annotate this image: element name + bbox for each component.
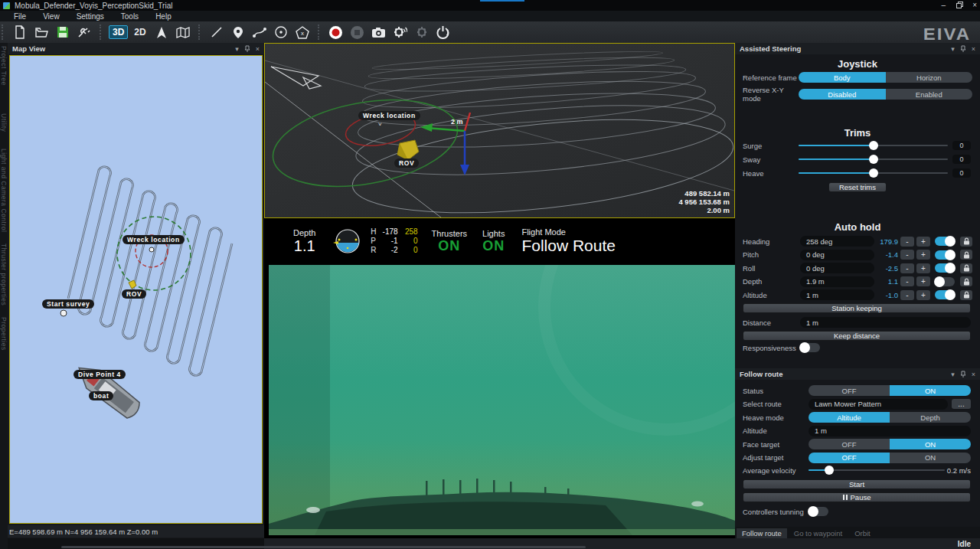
record-button[interactable]: [327, 24, 345, 41]
pitch-hold-toggle[interactable]: [935, 250, 955, 260]
polyline-button[interactable]: [250, 24, 269, 41]
heave-mode-depth-option[interactable]: Depth: [890, 412, 971, 423]
camera-view[interactable]: [264, 264, 735, 536]
stop-recording-button[interactable]: [348, 24, 367, 41]
minimize-button[interactable]: –: [942, 2, 946, 9]
altitude-increment-button[interactable]: +: [916, 290, 930, 300]
status-off-option[interactable]: OFF: [808, 385, 890, 396]
draw-line-button[interactable]: [207, 24, 226, 41]
station-keeping-button[interactable]: Station keeping: [743, 303, 971, 313]
view-2d-button[interactable]: 2D: [131, 26, 149, 38]
browse-route-button[interactable]: ...: [952, 399, 971, 409]
settings-sync-button[interactable]: [391, 24, 410, 41]
menu-file[interactable]: File: [6, 12, 34, 21]
controllers-tuning-toggle[interactable]: [808, 507, 828, 516]
power-broadcast-button[interactable]: [434, 24, 452, 41]
depth-decrement-button[interactable]: -: [900, 276, 914, 286]
snapshot-camera-button[interactable]: [370, 24, 388, 41]
map-wreck-location-label[interactable]: Wreck location: [122, 235, 185, 244]
chevron-down-icon[interactable]: ▾: [951, 371, 955, 378]
pin-icon[interactable]: [244, 45, 250, 52]
close-icon[interactable]: ×: [972, 45, 975, 53]
circle-region-button[interactable]: [272, 24, 290, 41]
responsiveness-toggle[interactable]: [800, 343, 820, 352]
average-velocity-slider[interactable]: [808, 466, 945, 475]
sway-slider[interactable]: [799, 155, 948, 164]
fr-altitude-input[interactable]: 1 m: [808, 426, 971, 436]
reset-trims-button[interactable]: Reset trims: [828, 182, 887, 192]
settings-refresh-button[interactable]: [413, 24, 431, 41]
adjust-target-off-option[interactable]: OFF: [808, 453, 890, 463]
side-tab-thruster-properties[interactable]: Thruster properties: [0, 243, 8, 306]
heading-hold-toggle[interactable]: [935, 237, 955, 246]
new-file-button[interactable]: [11, 24, 29, 41]
altitude-input[interactable]: 1 m: [800, 289, 874, 300]
open-folder-button[interactable]: [32, 24, 51, 41]
reverse-xy-enabled-option[interactable]: Enabled: [886, 89, 973, 100]
tab-go-to-waypoint[interactable]: Go to waypoint: [789, 528, 848, 538]
waypoint-button[interactable]: [229, 24, 247, 41]
heading-input[interactable]: 258 deg: [800, 236, 874, 247]
pitch-lock-button[interactable]: [960, 250, 972, 260]
status-on-option[interactable]: ON: [890, 385, 971, 396]
depth-hold-toggle[interactable]: [935, 277, 955, 286]
pitch-input[interactable]: 0 deg: [800, 250, 874, 260]
map-boat-label[interactable]: boat: [89, 391, 113, 400]
restore-button[interactable]: [956, 3, 962, 8]
altitude-hold-toggle[interactable]: [935, 290, 955, 299]
pin-icon[interactable]: [960, 371, 966, 377]
menu-help[interactable]: Help: [148, 12, 179, 21]
side-tab-project-tree[interactable]: Project Tree: [0, 46, 8, 86]
heading-increment-button[interactable]: +: [916, 237, 930, 247]
map-canvas[interactable]: Wreck location ROV Start survey Dive Poi…: [9, 55, 263, 524]
depth-lock-button[interactable]: [960, 276, 972, 286]
select-route-input[interactable]: Lawn Mower Pattern: [808, 399, 948, 410]
reverse-xy-disabled-option[interactable]: Disabled: [799, 89, 886, 100]
face-target-on-option[interactable]: ON: [890, 439, 971, 449]
menu-view[interactable]: View: [35, 12, 67, 21]
view-3d-button[interactable]: 3D: [109, 25, 128, 39]
3d-view[interactable]: Wreck location ˅ ROV 2 m 489 582.14 m 4 …: [264, 43, 735, 218]
heave-slider[interactable]: [799, 168, 948, 178]
side-tab-light-camera[interactable]: Light and Camera Control: [0, 149, 8, 232]
reference-frame-horizon-option[interactable]: Horizon: [886, 72, 973, 83]
map-rov-label[interactable]: ROV: [122, 289, 146, 299]
chevron-down-icon[interactable]: ▾: [951, 45, 955, 53]
roll-input[interactable]: 0 deg: [800, 263, 874, 273]
close-icon[interactable]: ×: [972, 371, 975, 378]
depth-increment-button[interactable]: +: [916, 276, 930, 286]
keep-distance-button[interactable]: Keep distance: [743, 331, 971, 341]
roll-increment-button[interactable]: +: [916, 263, 930, 273]
face-target-off-option[interactable]: OFF: [808, 439, 890, 449]
pin-icon[interactable]: [960, 45, 966, 52]
roll-decrement-button[interactable]: -: [900, 263, 914, 273]
save-button[interactable]: [54, 24, 72, 41]
depth-input[interactable]: 1.9 m: [800, 276, 874, 287]
distance-input[interactable]: 1 m: [800, 317, 971, 328]
adjust-target-on-option[interactable]: ON: [890, 453, 971, 463]
navigation-arrow-button[interactable]: [152, 24, 171, 41]
tab-orbit[interactable]: Orbit: [849, 528, 876, 538]
exclusion-zone-button[interactable]: x: [293, 24, 312, 41]
heave-mode-altitude-option[interactable]: Altitude: [808, 412, 890, 423]
heading-decrement-button[interactable]: -: [900, 237, 914, 247]
menu-tools[interactable]: Tools: [113, 12, 146, 21]
altitude-lock-button[interactable]: [960, 290, 972, 300]
altitude-decrement-button[interactable]: -: [900, 290, 914, 300]
close-icon[interactable]: ×: [256, 45, 260, 53]
heading-lock-button[interactable]: [960, 237, 972, 247]
chevron-down-icon[interactable]: ▾: [235, 45, 239, 53]
reference-frame-body-option[interactable]: Body: [799, 72, 886, 83]
pause-button[interactable]: Pause: [743, 492, 971, 502]
horizontal-scrollbar[interactable]: [61, 546, 586, 548]
tab-follow-route[interactable]: Follow route: [737, 528, 787, 538]
roll-lock-button[interactable]: [960, 263, 972, 273]
side-tab-properties[interactable]: Properties: [0, 317, 8, 351]
side-tab-utility[interactable]: Utility: [0, 113, 8, 132]
surge-slider[interactable]: [799, 141, 948, 150]
pitch-decrement-button[interactable]: -: [900, 250, 914, 260]
map-start-survey-label[interactable]: Start survey: [42, 299, 94, 309]
map-button[interactable]: [174, 24, 192, 41]
start-button[interactable]: Start: [743, 479, 971, 489]
menu-settings[interactable]: Settings: [69, 12, 112, 21]
